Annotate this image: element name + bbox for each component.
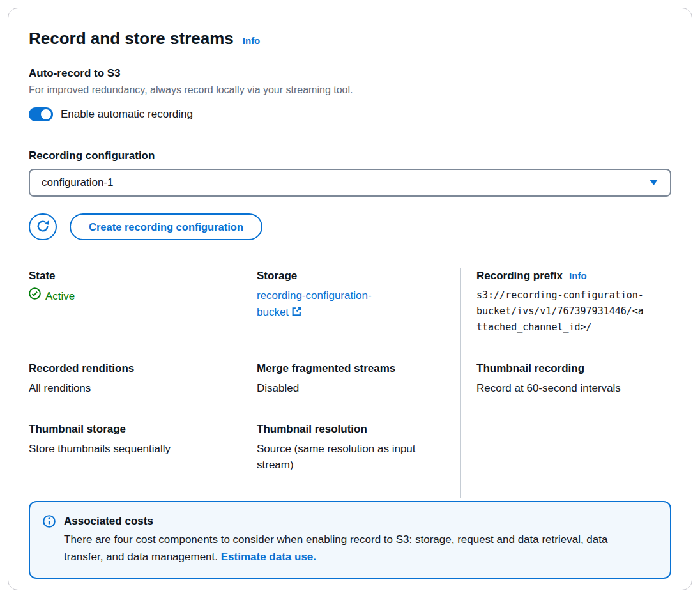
estimate-data-use-link[interactable]: Estimate data use. [221, 551, 316, 563]
storage-bucket-link[interactable]: recording-configuration-bucket [257, 288, 399, 321]
thumbnail-recording-value: Record at 60-second intervals [476, 380, 656, 396]
auto-record-description: For improved redundancy, always record l… [29, 82, 671, 98]
storage-bucket-link-text: recording-configuration-bucket [257, 289, 372, 318]
selected-configuration-value: configuration-1 [42, 176, 113, 189]
field-recorded-renditions: Recorded renditions All renditions [29, 361, 241, 422]
state-label: State [29, 268, 225, 284]
field-storage: Storage recording-configuration-bucket [241, 268, 460, 361]
recording-configuration-label: Recording configuration [29, 148, 671, 164]
recording-prefix-value: s3://recording-configuration-bucket/ivs/… [476, 288, 646, 335]
field-state: State Active [29, 268, 241, 361]
header-info-link[interactable]: Info [243, 35, 261, 46]
storage-label: Storage [257, 268, 445, 284]
thumbnail-resolution-label: Thumbnail resolution [257, 422, 445, 437]
merge-fragmented-streams-label: Merge fragmented streams [257, 361, 445, 376]
thumbnail-recording-label: Thumbnail recording [476, 361, 656, 376]
auto-record-section: Auto-record to S3 For improved redundanc… [29, 66, 671, 123]
field-recording-prefix: Recording prefix Info s3://recording-con… [460, 268, 671, 361]
recording-configuration-select[interactable]: configuration-1 [29, 169, 671, 197]
info-circle-icon [43, 513, 56, 565]
auto-record-toggle[interactable] [29, 107, 53, 121]
check-circle-icon [29, 288, 41, 304]
recording-prefix-label: Recording prefix [476, 268, 563, 284]
field-merge-fragmented-streams: Merge fragmented streams Disabled [241, 361, 460, 422]
thumbnail-storage-value: Store thumbnails sequentially [29, 441, 225, 457]
panel-header: Record and store streams Info [29, 27, 671, 49]
field-thumbnail-storage: Thumbnail storage Store thumbnails seque… [29, 422, 241, 498]
auto-record-label: Auto-record to S3 [29, 66, 671, 81]
recording-prefix-info-link[interactable]: Info [569, 270, 587, 281]
alert-body-text: There are four cost components to consid… [64, 533, 607, 563]
recorded-renditions-value: All renditions [29, 380, 225, 396]
associated-costs-alert: Associated costs There are four cost com… [29, 501, 671, 579]
state-value-text: Active [45, 288, 75, 304]
create-recording-configuration-button[interactable]: Create recording configuration [70, 213, 262, 240]
merge-fragmented-streams-value: Disabled [257, 380, 445, 396]
alert-content: Associated costs There are four cost com… [64, 513, 626, 565]
record-and-store-streams-panel: Record and store streams Info Auto-recor… [8, 8, 692, 590]
thumbnail-resolution-value: Source (same resolution as input stream) [257, 441, 445, 473]
external-link-icon [289, 306, 302, 318]
chevron-down-icon [649, 176, 658, 189]
alert-body: There are four cost components to consid… [64, 531, 626, 565]
toggle-knob [41, 109, 51, 119]
page-title: Record and store streams [29, 27, 234, 49]
empty-cell [460, 422, 671, 498]
auto-record-toggle-row: Enable automatic recording [29, 106, 671, 123]
refresh-icon [36, 219, 50, 235]
field-thumbnail-recording: Thumbnail recording Record at 60-second … [460, 361, 671, 422]
thumbnail-storage-label: Thumbnail storage [29, 422, 225, 437]
refresh-button[interactable] [29, 213, 57, 240]
auto-record-toggle-label: Enable automatic recording [61, 106, 193, 123]
field-thumbnail-resolution: Thumbnail resolution Source (same resolu… [241, 422, 460, 498]
configuration-details-grid: State Active Storage recording-configura… [29, 268, 671, 498]
recorded-renditions-label: Recorded renditions [29, 361, 225, 376]
state-value: Active [29, 288, 225, 304]
configuration-actions: Create recording configuration [29, 213, 671, 240]
alert-title: Associated costs [64, 513, 626, 530]
recording-configuration-section: Recording configuration configuration-1 … [29, 148, 671, 240]
